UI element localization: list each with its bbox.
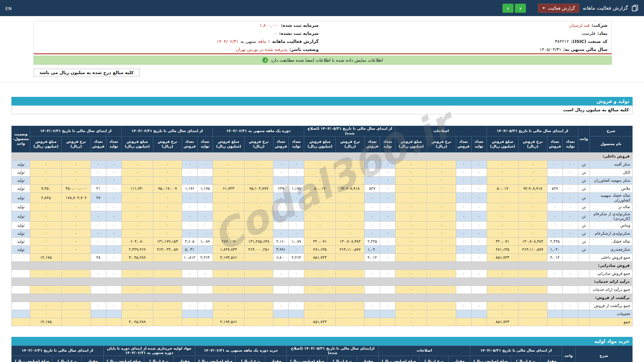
value-cell: ۰ <box>471 269 487 278</box>
value-cell: ۰ <box>395 237 427 245</box>
value-cell: ۰ <box>471 192 487 203</box>
value-cell: ۰ <box>182 221 197 229</box>
column-header-unit: واحد <box>562 346 575 362</box>
value-cell: ۰ <box>273 203 289 211</box>
value-cell: ۱۲,۱۷۵ <box>30 318 62 326</box>
value-cell: ۰ <box>153 160 182 168</box>
value-cell: ۰ <box>395 168 427 176</box>
value-cell: ۰ <box>91 211 106 221</box>
value-cell: ۲,۲۶۴ <box>289 253 304 261</box>
value-cell: ۴۸۱,۶۳۵ <box>304 245 336 253</box>
value-cell: ۲۸۴,۰۰۹ <box>213 237 244 245</box>
value-cell: ۰ <box>213 221 244 229</box>
value-cell: ۰ <box>273 176 289 184</box>
value-cell: ۱۳۱,۴۸۵,۶۴۸ <box>244 237 273 245</box>
column-subheader: مبلغ (میلیون ریال) <box>195 356 236 362</box>
value-cell: ۰ <box>427 160 456 168</box>
value-cell <box>471 286 487 294</box>
value-cell: ۱,۰۴۰ <box>547 245 562 253</box>
report-copy-icon[interactable] <box>631 4 639 12</box>
value-cell: ۰ <box>106 253 121 261</box>
status-cell <box>12 269 30 278</box>
column-subheader: نرخ (ریال) <box>236 356 265 362</box>
column-subheader: مقدار <box>357 356 378 362</box>
value-cell: ۰ <box>197 168 213 176</box>
value-cell: ۰ <box>562 253 578 261</box>
value-cell <box>182 318 197 326</box>
column-subheader: مبلغ فروش (میلیون ریال) <box>395 136 427 152</box>
column-group-header: از ابتدای سال مالی تا تاریخ ۱۴۰۳/۰۶/۳۱ <box>12 346 104 356</box>
value-cell: ۰ <box>182 302 197 310</box>
value-cell: ۰ <box>273 302 289 310</box>
value-cell: ۰ <box>197 192 213 203</box>
column-subheader: مبلغ (میلیون ریال) <box>103 356 144 362</box>
value-cell: ۰ <box>62 245 91 253</box>
product-name-cell: شکرچغندری <box>589 245 632 253</box>
value-cell: ۰ <box>471 302 487 310</box>
value-cell: ۱۰,۸۱۲ <box>182 253 197 261</box>
value-cell: ۰ <box>244 221 273 229</box>
value-cell: ۰ <box>518 160 547 168</box>
value-cell: ۰ <box>121 286 153 294</box>
value-cell: ۰ <box>153 221 182 229</box>
value-cell: ۰ <box>213 310 244 318</box>
value-cell: ۰ <box>427 176 456 184</box>
value-cell: ۴,۶۰۵ <box>182 237 197 245</box>
column-subheader: مقدار <box>540 356 562 362</box>
table-row: شکرچغندریتن۰۱,۰۴۰۴۶۳,۱۱۰,۵۷۷۴۸۱,۶۳۵۰۰۰۰۰… <box>12 245 633 253</box>
report-period-date: ۱۴۰۴/۰۶/۳۱ <box>217 39 238 44</box>
column-subheader: تعداد فروش <box>547 136 562 152</box>
product-name-cell: شکرتولیدی از شکرخام (کارمزدی) <box>589 211 632 221</box>
value-cell: ۰ <box>380 211 395 221</box>
value-cell <box>456 310 471 318</box>
value-cell: ۰ <box>336 221 365 229</box>
unit-cell: تن <box>578 192 589 203</box>
value-cell: ۸۵۱,۷۲۳ <box>304 253 336 261</box>
value-cell: ۰ <box>273 160 289 168</box>
header-group-row: شرحواحداز ابتدای سال مالی تا تاریخ ۱۴۰۴/… <box>12 346 633 356</box>
column-subheader: نرخ (ریال) <box>511 356 540 362</box>
column-subheader: تعداد فروش <box>273 136 289 152</box>
value-cell: ۰ <box>197 229 213 237</box>
value-cell: ۰ <box>213 302 244 310</box>
value-cell: ۰ <box>106 203 121 211</box>
value-cell: ۰ <box>547 269 562 278</box>
column-subheader: مبلغ فروش (میلیون ریال) <box>487 136 518 152</box>
product-name-cell: شکر سهمیه کشاورزان <box>589 176 632 184</box>
value-cell: ۰ <box>244 176 273 184</box>
value-cell: ۲,۱۹۳,۵۶۶ <box>213 318 244 326</box>
value-cell: ۵۰,۰۱۷ <box>487 184 518 192</box>
column-subheader: تعداد فروش <box>365 136 380 152</box>
value-cell: ۰ <box>518 168 547 176</box>
report-type-dropdown[interactable]: گزارش فعالیت <box>538 4 579 13</box>
product-name-cell: جمع فروش صادراتی <box>589 269 632 278</box>
value-cell: ۰ <box>380 229 395 237</box>
value-cell: ۰ <box>106 176 121 184</box>
value-cell: ۰ <box>380 237 395 245</box>
value-cell: ۰ <box>547 221 562 229</box>
column-subheader: مبلغ فروش (میلیون ریال) <box>304 136 336 152</box>
value-cell: ۹۵,۰۱۷,۰۰۷ <box>153 184 182 192</box>
column-subheader: مقدار <box>173 356 195 362</box>
prev-report-button[interactable]: ‹ <box>502 4 514 13</box>
info-icon: i <box>262 57 268 63</box>
next-report-button[interactable]: › <box>515 4 526 13</box>
value-cell: ۰ <box>365 203 380 211</box>
value-cell: ۰ <box>91 302 106 310</box>
value-cell: ۰ <box>121 310 153 318</box>
issuer-status-label: وضعیت ناشر: <box>289 47 319 52</box>
product-name-cell: شکرتولیدی ازشکرخام <box>589 229 632 237</box>
language-toggle-en[interactable]: EN <box>5 6 12 11</box>
value-cell: ۰ <box>289 302 304 310</box>
value-cell <box>182 286 197 294</box>
value-cell <box>427 302 456 310</box>
column-subheader: نرخ (ریال) <box>144 356 173 362</box>
unit-cell: تن <box>578 160 589 168</box>
value-cell: ۰ <box>106 168 121 176</box>
value-cell: ۲,۴۴۵ <box>365 237 380 245</box>
value-cell: ۰ <box>562 237 578 245</box>
column-group-header: از ابتدای سال مالی تا تاریخ ۱۴۰۳/۰۶/۳۱ <box>30 126 121 136</box>
table-row: تخفیفات۰۰۰۰۰۰ <box>12 310 633 318</box>
value-cell: ۶۰۴,۰۸۰ <box>121 237 153 245</box>
value-cell: ۰ <box>273 168 289 176</box>
